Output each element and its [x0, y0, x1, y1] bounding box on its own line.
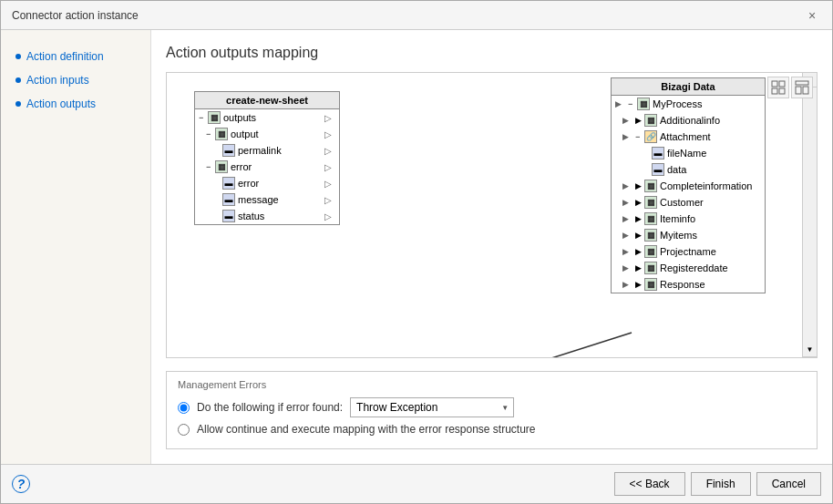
sidebar-item-action-definition[interactable]: Action definition	[12, 48, 139, 65]
item-label: Additionalinfo	[660, 115, 720, 126]
expander[interactable]: ▶	[635, 263, 644, 273]
right-box-title: Bizagi Data	[612, 78, 765, 96]
left-box-title: create-new-sheet	[195, 92, 339, 109]
field-icon: ▬	[222, 144, 235, 157]
mapping-container: ▲ ▼ create-new-sheet	[166, 72, 818, 358]
right-chevron: ▶	[622, 132, 633, 141]
management-errors-title: Management Errors	[178, 379, 806, 390]
tree-item: ▬ message ▷	[210, 191, 339, 208]
item-label: message	[238, 194, 279, 205]
sidebar-item-action-outputs[interactable]: Action outputs	[12, 96, 139, 112]
expander[interactable]: −	[628, 99, 637, 108]
tree-item: ▶ − 🔗 Attachment	[619, 129, 765, 145]
item-label: Projectname	[660, 246, 716, 257]
content-area: Action outputs mapping	[151, 30, 832, 464]
grid-icon: ▦	[644, 229, 657, 242]
sidebar-dot	[15, 77, 21, 83]
svg-rect-6	[803, 87, 808, 94]
grid-icon: ▦	[644, 212, 657, 225]
expander[interactable]: −	[635, 132, 644, 141]
radio-throw-exception[interactable]	[178, 402, 190, 414]
grid-icon: ▦	[215, 160, 228, 173]
scrollbar[interactable]: ▲ ▼	[802, 73, 817, 357]
expander[interactable]: ▶	[635, 116, 644, 125]
tree-item: − ▦ error ▷	[202, 159, 339, 175]
right-chevron: ▶	[622, 247, 633, 256]
expander[interactable]: ▶	[635, 280, 644, 289]
expander[interactable]: −	[206, 162, 215, 171]
grid-icon: ▦	[208, 111, 221, 124]
radio-row-2: Allow continue and execute mapping with …	[178, 423, 806, 436]
cancel-button[interactable]: Cancel	[756, 472, 821, 496]
item-label: outputs	[223, 112, 256, 123]
radio-label-throw[interactable]: Do the following if error found:	[197, 401, 343, 414]
item-label: error	[238, 178, 259, 189]
expander[interactable]: ▶	[635, 214, 644, 223]
right-chevron: ▶	[622, 263, 633, 273]
right-chevron: ▶	[622, 231, 633, 240]
dialog-title: Connector action instance	[12, 9, 139, 22]
link-icon: 🔗	[644, 130, 657, 143]
grid-icon: ▦	[644, 196, 657, 209]
close-button[interactable]: ×	[803, 6, 821, 25]
help-button[interactable]: ?	[12, 475, 30, 493]
item-label: Myitems	[660, 230, 697, 241]
item-label: Registereddate	[660, 262, 728, 273]
right-chevron: ▶	[622, 280, 633, 289]
tree-item: ▬ error ▷	[210, 175, 339, 191]
left-box: create-new-sheet − ▦ outputs ▷ − ▦ ou	[194, 91, 340, 225]
mapping-toolbar	[767, 77, 813, 98]
svg-rect-2	[772, 88, 777, 94]
grid-icon: ▦	[215, 128, 228, 140]
item-label: fileName	[667, 148, 706, 159]
tree-item: − ▦ outputs ▷	[195, 109, 339, 126]
expander[interactable]: −	[206, 129, 215, 139]
right-box: Bizagi Data ▶ − ▦ MyProcess ▶ ▶ ▦	[611, 77, 766, 293]
page-title: Action outputs mapping	[166, 45, 818, 61]
tree-item: ▶ ▶ ▦ Registereddate	[619, 260, 765, 276]
expander[interactable]: ▶	[635, 231, 644, 240]
field-icon: ▬	[222, 193, 235, 206]
svg-rect-0	[772, 81, 777, 87]
sidebar-dot	[15, 101, 21, 107]
tree-item: ▶ ▶ ▦ Additionalinfo	[619, 112, 765, 129]
field-icon: ▬	[652, 147, 664, 159]
item-label: MyProcess	[653, 98, 702, 109]
expander[interactable]: ▶	[635, 247, 644, 256]
item-label: Iteminfo	[660, 213, 695, 224]
expand-button[interactable]	[767, 77, 789, 98]
grid-icon: ▦	[644, 114, 657, 127]
footer: ? << Back Finish Cancel	[1, 464, 832, 503]
grid-icon: ▦	[644, 245, 657, 258]
tree-item: ▶ ▶ ▦ Projectname	[619, 243, 765, 260]
tree-item: ▶ − ▦ MyProcess	[612, 96, 765, 112]
expander[interactable]: ▶	[635, 198, 644, 207]
management-errors-section: Management Errors Do the following if er…	[166, 371, 818, 449]
throw-exception-dropdown[interactable]: Throw Exception	[350, 397, 514, 417]
item-label: error	[231, 161, 252, 172]
sidebar-item-action-inputs[interactable]: Action inputs	[12, 72, 139, 88]
grid-icon: ▦	[644, 180, 657, 192]
scroll-down-button[interactable]: ▼	[803, 343, 818, 357]
tree-item: ▬ data	[626, 161, 765, 178]
main-content: Action definition Action inputs Action o…	[1, 30, 832, 464]
expander[interactable]: −	[199, 113, 208, 122]
layout-button[interactable]	[791, 77, 813, 98]
tree-item: ▶ ▶ ▦ Response	[619, 276, 765, 293]
sidebar-item-label: Action inputs	[26, 74, 89, 87]
expand-icon	[771, 80, 786, 95]
svg-rect-5	[796, 87, 801, 94]
tree-item: ▶ ▶ ▦ Iteminfo	[619, 211, 765, 227]
item-label: Completeinformation	[660, 180, 753, 191]
expander[interactable]: ▶	[635, 181, 644, 190]
title-bar: Connector action instance ×	[1, 1, 832, 30]
finish-button[interactable]: Finish	[691, 472, 751, 496]
radio-label-allow[interactable]: Allow continue and execute mapping with …	[197, 423, 536, 436]
arrow-right: ▷	[321, 129, 335, 139]
grid-icon: ▦	[644, 262, 657, 274]
sidebar: Action definition Action inputs Action o…	[1, 30, 151, 464]
back-button[interactable]: << Back	[614, 472, 685, 496]
radio-allow-continue[interactable]	[178, 424, 190, 436]
item-label: output	[231, 129, 259, 139]
radio-row-1: Do the following if error found: Throw E…	[178, 397, 806, 417]
